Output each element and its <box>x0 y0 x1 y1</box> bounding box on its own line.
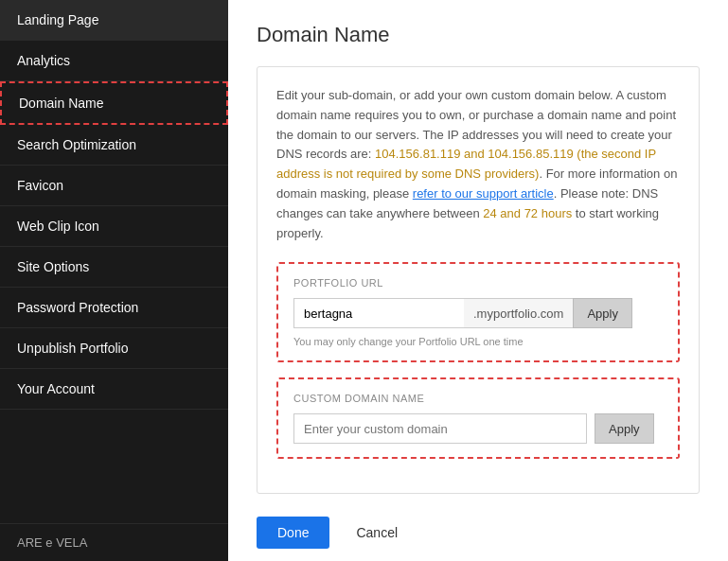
sidebar: Landing Page Analytics Domain Name Searc… <box>0 0 228 561</box>
custom-domain-apply-button[interactable]: Apply <box>595 413 654 444</box>
sidebar-item-unpublish-portfolio[interactable]: Unpublish Portfolio <box>0 328 228 369</box>
done-button[interactable]: Done <box>257 517 329 549</box>
portfolio-url-section: PORTFOLIO URL .myportfolio.com Apply You… <box>276 262 680 362</box>
sidebar-footer: ARE e VELA <box>0 523 228 561</box>
footer-buttons: Done Cancel <box>257 517 700 549</box>
sidebar-item-web-clip-icon[interactable]: Web Clip Icon <box>0 206 228 247</box>
sidebar-item-analytics[interactable]: Analytics <box>0 41 228 81</box>
portfolio-input-row: .myportfolio.com Apply <box>293 298 663 328</box>
page-title: Domain Name <box>257 23 700 47</box>
cancel-button[interactable]: Cancel <box>341 517 413 549</box>
main-content: Domain Name Edit your sub-domain, or add… <box>228 0 728 561</box>
sidebar-item-your-account[interactable]: Your Account <box>0 369 228 410</box>
content-box: Edit your sub-domain, or add your own cu… <box>257 66 700 494</box>
custom-domain-input[interactable] <box>293 413 587 444</box>
custom-domain-label: CUSTOM DOMAIN NAME <box>293 393 663 404</box>
sidebar-item-landing-page[interactable]: Landing Page <box>0 0 228 41</box>
custom-domain-input-row: Apply <box>293 413 663 444</box>
portfolio-apply-button[interactable]: Apply <box>573 298 632 328</box>
portfolio-url-label: PORTFOLIO URL <box>293 277 663 289</box>
portfolio-url-note: You may only change your Portfolio URL o… <box>293 336 663 347</box>
support-article-link[interactable]: refer to our support article <box>413 186 554 201</box>
sidebar-item-domain-name[interactable]: Domain Name <box>0 81 228 125</box>
portfolio-url-input[interactable] <box>293 298 464 328</box>
sidebar-item-favicon[interactable]: Favicon <box>0 166 228 206</box>
custom-domain-section: CUSTOM DOMAIN NAME Apply <box>276 377 680 459</box>
sidebar-item-site-options[interactable]: Site Options <box>0 247 228 288</box>
sidebar-item-password-protection[interactable]: Password Protection <box>0 288 228 328</box>
description-text: Edit your sub-domain, or add your own cu… <box>276 86 680 243</box>
domain-suffix: .myportfolio.com <box>464 298 573 328</box>
sidebar-item-search-optimization[interactable]: Search Optimization <box>0 125 228 166</box>
